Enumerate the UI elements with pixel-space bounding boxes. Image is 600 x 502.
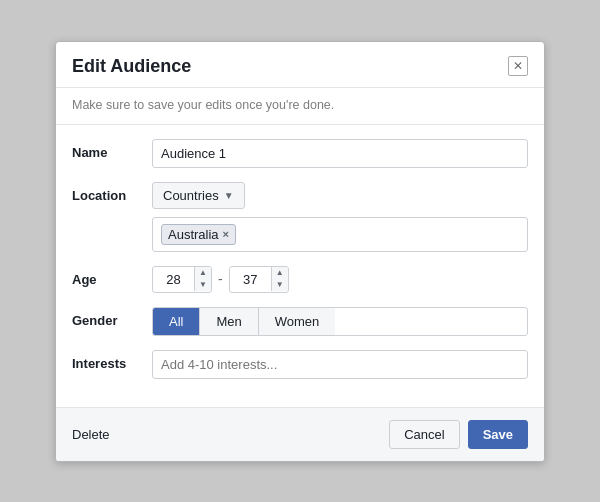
gender-men-button[interactable]: Men [200, 308, 258, 335]
footer-buttons: Cancel Save [389, 420, 528, 449]
close-button[interactable]: ✕ [508, 56, 528, 76]
age-min-down[interactable]: ▼ [195, 279, 211, 291]
interests-control [152, 350, 528, 379]
interests-row: Interests [72, 350, 528, 379]
location-dropdown[interactable]: Countries ▼ [152, 182, 245, 209]
age-max-value: 37 [230, 267, 271, 292]
tag-remove-icon[interactable]: × [223, 229, 229, 240]
gender-label: Gender [72, 307, 152, 328]
interests-input[interactable] [152, 350, 528, 379]
location-tag-input[interactable]: Australia × [152, 217, 528, 252]
gender-women-button[interactable]: Women [259, 308, 336, 335]
age-min-up[interactable]: ▲ [195, 267, 211, 279]
age-row: Age 28 ▲ ▼ - 37 [72, 266, 528, 293]
name-row: Name [72, 139, 528, 168]
dialog-header: Edit Audience ✕ [56, 42, 544, 88]
age-section: 28 ▲ ▼ - 37 ▲ ▼ [152, 266, 528, 293]
name-control [152, 139, 528, 168]
age-max-up[interactable]: ▲ [272, 267, 288, 279]
gender-toggle: All Men Women [152, 307, 528, 336]
gender-row: Gender All Men Women [72, 307, 528, 336]
age-min-spinner: 28 ▲ ▼ [152, 266, 212, 293]
interests-label: Interests [72, 350, 152, 371]
dialog-title: Edit Audience [72, 56, 191, 77]
location-label: Location [72, 182, 152, 203]
age-min-value: 28 [153, 267, 194, 292]
edit-audience-dialog: Edit Audience ✕ Make sure to save your e… [55, 41, 545, 462]
save-button[interactable]: Save [468, 420, 528, 449]
name-input[interactable] [152, 139, 528, 168]
age-max-down[interactable]: ▼ [272, 279, 288, 291]
age-label: Age [72, 266, 152, 287]
age-max-spinner: 37 ▲ ▼ [229, 266, 289, 293]
australia-tag: Australia × [161, 224, 236, 245]
dialog-footer: Delete Cancel Save [56, 407, 544, 461]
gender-all-button[interactable]: All [153, 308, 200, 335]
location-section: Countries ▼ Australia × [152, 182, 528, 252]
gender-control: All Men Women [152, 307, 528, 336]
age-min-arrows: ▲ ▼ [194, 267, 211, 290]
age-max-arrows: ▲ ▼ [271, 267, 288, 290]
dropdown-arrow-icon: ▼ [224, 190, 234, 201]
cancel-button[interactable]: Cancel [389, 420, 459, 449]
name-label: Name [72, 139, 152, 160]
location-row: Location Countries ▼ Australia × [72, 182, 528, 252]
delete-link[interactable]: Delete [72, 427, 110, 442]
age-control: 28 ▲ ▼ - 37 ▲ ▼ [152, 266, 528, 293]
location-dropdown-label: Countries [163, 188, 219, 203]
dialog-overlay: Edit Audience ✕ Make sure to save your e… [0, 0, 600, 502]
dialog-subtitle: Make sure to save your edits once you're… [56, 88, 544, 125]
tag-label: Australia [168, 227, 219, 242]
dialog-body: Name Location Countries ▼ [56, 125, 544, 407]
age-separator: - [218, 271, 223, 287]
